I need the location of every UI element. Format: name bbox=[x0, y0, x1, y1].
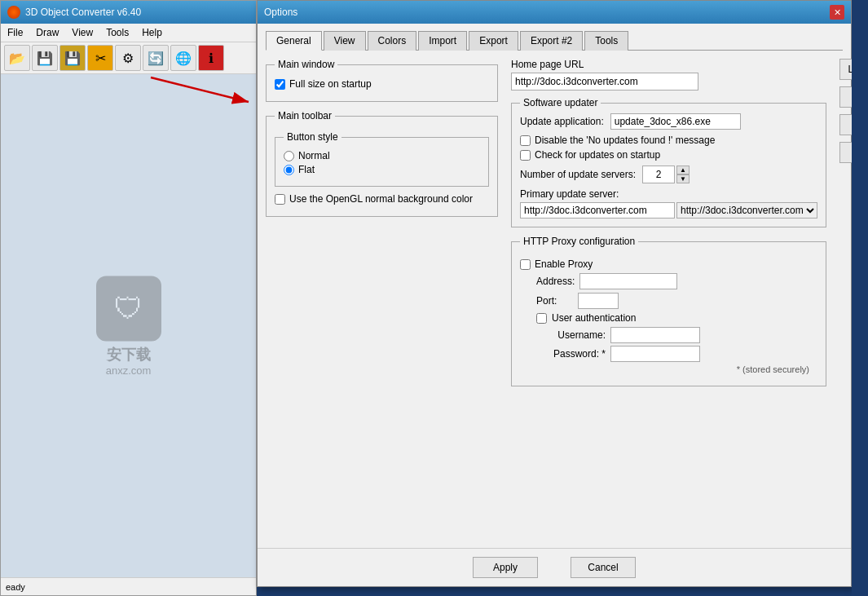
user-auth-label[interactable]: User authentication bbox=[552, 312, 636, 324]
stored-securely-text: * (stored securely) bbox=[520, 364, 809, 374]
password-input[interactable] bbox=[610, 346, 700, 362]
spinner-up[interactable]: ▲ bbox=[676, 166, 690, 174]
toolbar-save2[interactable]: 💾 bbox=[59, 45, 86, 71]
check-startup-label[interactable]: Check for updates on startup bbox=[535, 149, 660, 161]
watermark-url: anxz.com bbox=[96, 364, 161, 376]
cancel-button[interactable]: Cancel bbox=[571, 557, 636, 578]
toolbar-globe[interactable]: 🌐 bbox=[170, 45, 196, 71]
options-dialog: Options ✕ General View Colors Import Exp… bbox=[257, 0, 852, 587]
check-startup-row: Check for updates on startup bbox=[520, 149, 817, 161]
address-row: Address: bbox=[536, 273, 817, 289]
menu-file[interactable]: File bbox=[1, 25, 29, 40]
dialog-title: Options bbox=[264, 7, 297, 18]
main-toolbar-legend: Main toolbar bbox=[275, 110, 335, 121]
num-servers-label: Number of update servers: bbox=[520, 169, 636, 180]
app-menubar: File Draw View Tools Help bbox=[1, 24, 256, 42]
opengl-label[interactable]: Use the OpenGL normal background color bbox=[289, 193, 473, 205]
app-toolbar: 📂 💾 💾 ✂ ⚙ 🔄 🌐 ℹ bbox=[1, 42, 256, 74]
app-content: 🛡 安下载 anxz.com bbox=[1, 74, 256, 577]
app-titlebar: 3D Object Converter v6.40 bbox=[1, 1, 256, 24]
radio-flat[interactable] bbox=[284, 165, 294, 175]
toolbar-save[interactable]: 💾 bbox=[32, 45, 58, 71]
enable-proxy-row: Enable Proxy bbox=[520, 258, 817, 270]
menu-tools[interactable]: Tools bbox=[99, 25, 135, 40]
user-auth-row: User authentication bbox=[536, 312, 817, 324]
radio-normal-label[interactable]: Normal bbox=[298, 150, 330, 161]
app-statusbar: eady bbox=[1, 577, 256, 595]
apply-button[interactable]: Apply bbox=[473, 557, 538, 578]
main-window-fieldset: Main window Full size on startup bbox=[266, 59, 498, 102]
address-input[interactable] bbox=[579, 273, 677, 289]
opengl-row: Use the OpenGL normal background color bbox=[275, 193, 489, 205]
home-page-input[interactable] bbox=[511, 73, 698, 91]
num-servers-input[interactable] bbox=[642, 166, 675, 183]
right-taskbar bbox=[852, 0, 868, 596]
app-icon bbox=[7, 6, 20, 19]
no-updates-checkbox[interactable] bbox=[520, 135, 531, 146]
radio-flat-row: Flat bbox=[284, 164, 480, 175]
tab-export2[interactable]: Export #2 bbox=[520, 31, 583, 51]
menu-draw[interactable]: Draw bbox=[29, 25, 65, 40]
tab-colors[interactable]: Colors bbox=[368, 31, 417, 51]
left-column: Main window Full size on startup Main to… bbox=[266, 59, 498, 541]
software-updater-legend: Software updater bbox=[520, 97, 601, 108]
proxy-inner: Enable Proxy Address: Port: bbox=[520, 252, 817, 377]
toolbar-refresh[interactable]: 🔄 bbox=[143, 45, 169, 71]
num-servers-row: Number of update servers: ▲ ▼ bbox=[520, 166, 817, 183]
primary-server-select[interactable]: http://3doc.i3dconverter.com bbox=[676, 202, 817, 219]
update-app-input[interactable] bbox=[610, 113, 741, 130]
watermark: 🛡 安下载 anxz.com bbox=[96, 276, 161, 376]
tab-tools[interactable]: Tools bbox=[584, 31, 628, 51]
full-size-label[interactable]: Full size on startup bbox=[289, 78, 372, 90]
menu-help[interactable]: Help bbox=[135, 25, 169, 40]
watermark-icon: 🛡 bbox=[96, 276, 161, 341]
toolbar-settings[interactable]: ⚙ bbox=[115, 45, 141, 71]
dialog-close-button[interactable]: ✕ bbox=[830, 5, 844, 20]
tab-view[interactable]: View bbox=[324, 31, 366, 51]
toolbar-cut[interactable]: ✂ bbox=[87, 45, 113, 71]
port-label: Port: bbox=[536, 295, 573, 307]
status-text: eady bbox=[6, 582, 25, 592]
primary-server-input[interactable] bbox=[520, 202, 675, 219]
update-app-row: Update application: bbox=[520, 113, 817, 130]
dialog-footer: Apply Cancel bbox=[258, 548, 851, 586]
app-title: 3D Object Converter v6.40 bbox=[25, 7, 141, 18]
username-input[interactable] bbox=[610, 327, 700, 343]
check-startup-checkbox[interactable] bbox=[520, 150, 531, 161]
primary-server-row: http://3doc.i3dconverter.com bbox=[520, 202, 817, 219]
home-page-group: Home page URL bbox=[511, 59, 826, 91]
password-label: Password: * bbox=[553, 348, 606, 360]
full-size-checkbox[interactable] bbox=[275, 79, 285, 90]
tab-general[interactable]: General bbox=[266, 31, 322, 51]
app-window: 3D Object Converter v6.40 File Draw View… bbox=[0, 0, 257, 596]
address-label: Address: bbox=[536, 276, 575, 287]
primary-server-group: Primary update server: http://3doc.i3dco… bbox=[520, 188, 817, 219]
opengl-checkbox[interactable] bbox=[275, 194, 285, 205]
primary-server-label: Primary update server: bbox=[520, 188, 817, 200]
main-window-legend: Main window bbox=[275, 59, 337, 70]
toolbar-open[interactable]: 📂 bbox=[4, 45, 30, 71]
port-input[interactable] bbox=[578, 293, 619, 309]
spinner-buttons: ▲ ▼ bbox=[676, 166, 690, 183]
radio-normal[interactable] bbox=[284, 151, 294, 161]
username-label: Username: bbox=[553, 329, 606, 341]
toolbar-info[interactable]: ℹ bbox=[198, 45, 224, 71]
http-proxy-legend: HTTP Proxy configuration bbox=[520, 236, 638, 247]
button-style-fieldset: Button style Normal Flat bbox=[275, 131, 489, 187]
enable-proxy-checkbox[interactable] bbox=[520, 259, 531, 270]
tab-import[interactable]: Import bbox=[418, 31, 467, 51]
tab-export[interactable]: Export bbox=[469, 31, 518, 51]
update-app-label: Update application: bbox=[520, 116, 604, 127]
user-auth-checkbox[interactable] bbox=[536, 313, 547, 324]
http-proxy-fieldset: HTTP Proxy configuration Enable Proxy Ad… bbox=[511, 236, 826, 386]
radio-flat-label[interactable]: Flat bbox=[298, 164, 315, 175]
menu-view[interactable]: View bbox=[65, 25, 99, 40]
home-page-label: Home page URL bbox=[511, 59, 826, 70]
no-updates-label[interactable]: Disable the 'No updates found !' message bbox=[535, 135, 715, 146]
right-column: Home page URL Software updater Update ap… bbox=[511, 59, 826, 541]
dialog-main: Main window Full size on startup Main to… bbox=[266, 59, 843, 541]
enable-proxy-label[interactable]: Enable Proxy bbox=[535, 258, 593, 270]
spinner-down[interactable]: ▼ bbox=[676, 174, 690, 183]
dialog-body: General View Colors Import Export Export… bbox=[258, 24, 851, 548]
watermark-chinese: 安下载 bbox=[96, 344, 161, 364]
